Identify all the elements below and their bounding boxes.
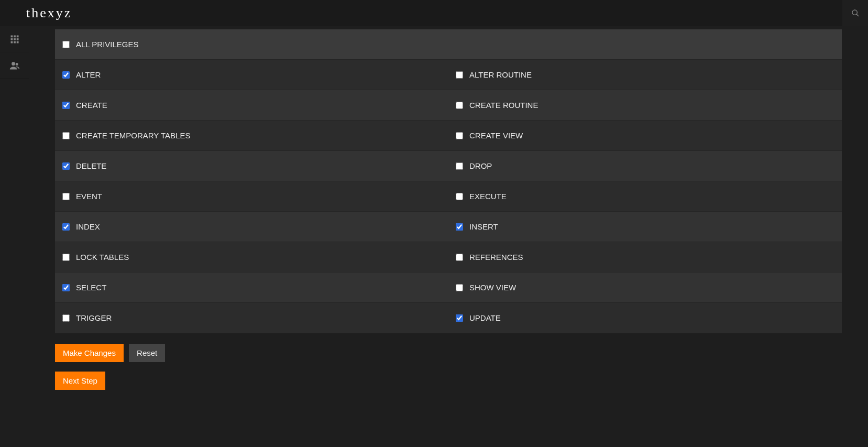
privilege-label: INSERT: [469, 222, 498, 231]
privilege-row: DELETEDROP: [55, 151, 842, 181]
privilege-label: DROP: [469, 161, 492, 170]
checkbox-show-view[interactable]: [456, 284, 463, 291]
checkbox-update[interactable]: [456, 314, 463, 322]
search-icon: [851, 9, 860, 17]
privilege-cell[interactable]: CREATE TEMPORARY TABLES: [55, 121, 448, 150]
privilege-label: CREATE ROUTINE: [469, 101, 538, 110]
checkbox-lock-tables[interactable]: [62, 254, 70, 261]
svg-rect-3: [14, 35, 16, 37]
topbar: thexyz: [0, 0, 868, 26]
checkbox-drop[interactable]: [456, 162, 463, 170]
sidebar-item-apps[interactable]: [0, 26, 29, 52]
users-icon: [9, 61, 20, 70]
privilege-label: CREATE TEMPORARY TABLES: [76, 131, 190, 140]
svg-line-1: [856, 14, 859, 16]
checkbox-select[interactable]: [62, 284, 70, 291]
svg-point-11: [12, 62, 15, 66]
privilege-label: UPDATE: [469, 313, 501, 322]
reset-button[interactable]: Reset: [129, 344, 165, 362]
checkbox-trigger[interactable]: [62, 314, 70, 322]
sidebar: [0, 26, 29, 447]
content: ALL PRIVILEGES ALTERALTER ROUTINECREATEC…: [29, 26, 868, 447]
privilege-row-all: ALL PRIVILEGES: [55, 29, 842, 60]
privilege-label: CREATE VIEW: [469, 131, 523, 140]
svg-rect-8: [10, 41, 13, 43]
privilege-row: EVENTEXECUTE: [55, 181, 842, 212]
privilege-row: CREATECREATE ROUTINE: [55, 90, 842, 121]
actions-row: Make Changes Reset: [55, 344, 842, 362]
privilege-row: TRIGGERUPDATE: [55, 303, 842, 333]
checkbox-insert[interactable]: [456, 223, 463, 231]
privilege-row: CREATE TEMPORARY TABLESCREATE VIEW: [55, 121, 842, 151]
make-changes-button[interactable]: Make Changes: [55, 344, 124, 362]
privileges-table: ALL PRIVILEGES ALTERALTER ROUTINECREATEC…: [55, 29, 842, 333]
checkbox-create[interactable]: [62, 102, 70, 109]
svg-rect-5: [10, 38, 13, 40]
next-step-row: Next Step: [55, 372, 842, 390]
privilege-label: REFERENCES: [469, 253, 523, 261]
privilege-cell[interactable]: CREATE: [55, 90, 448, 120]
svg-rect-6: [14, 38, 16, 40]
privilege-label: EVENT: [76, 192, 102, 201]
checkbox-alter-routine[interactable]: [456, 71, 463, 79]
checkbox-execute[interactable]: [456, 193, 463, 200]
privilege-label: INDEX: [76, 222, 100, 231]
privilege-cell[interactable]: LOCK TABLES: [55, 242, 448, 272]
svg-rect-9: [14, 41, 16, 43]
privilege-cell[interactable]: INDEX: [55, 212, 448, 242]
privilege-cell[interactable]: UPDATE: [448, 303, 842, 333]
checkbox-create-routine[interactable]: [456, 102, 463, 109]
checkbox-event[interactable]: [62, 193, 70, 200]
svg-point-0: [852, 10, 857, 15]
privilege-cell[interactable]: EXECUTE: [448, 181, 842, 211]
checkbox-create-view[interactable]: [456, 132, 463, 139]
privilege-cell[interactable]: REFERENCES: [448, 242, 842, 272]
privilege-label: ALTER: [76, 70, 101, 79]
privilege-row: LOCK TABLESREFERENCES: [55, 242, 842, 272]
checkbox-index[interactable]: [62, 223, 70, 231]
privilege-cell[interactable]: DELETE: [55, 151, 448, 181]
svg-rect-10: [16, 41, 18, 43]
brand-logo: thexyz: [26, 5, 72, 21]
privilege-cell[interactable]: CREATE ROUTINE: [448, 90, 842, 120]
svg-rect-4: [16, 35, 18, 37]
privilege-label: EXECUTE: [469, 192, 507, 201]
privilege-cell[interactable]: SELECT: [55, 272, 448, 302]
next-step-button[interactable]: Next Step: [55, 372, 105, 390]
svg-rect-7: [16, 38, 18, 40]
svg-rect-2: [10, 35, 13, 37]
checkbox-delete[interactable]: [62, 162, 70, 170]
grid-icon: [10, 35, 19, 44]
privilege-cell[interactable]: INSERT: [448, 212, 842, 242]
privilege-cell[interactable]: TRIGGER: [55, 303, 448, 333]
privilege-label: LOCK TABLES: [76, 253, 129, 261]
privilege-cell-all[interactable]: ALL PRIVILEGES: [55, 29, 842, 59]
privilege-row: INDEXINSERT: [55, 212, 842, 242]
privilege-cell[interactable]: ALTER: [55, 60, 448, 90]
privilege-label: CREATE: [76, 101, 107, 110]
privilege-label: DELETE: [76, 161, 106, 170]
checkbox-all-privileges[interactable]: [62, 41, 70, 48]
privilege-cell[interactable]: ALTER ROUTINE: [448, 60, 842, 90]
checkbox-references[interactable]: [456, 254, 463, 261]
privilege-row: SELECTSHOW VIEW: [55, 272, 842, 303]
privilege-cell[interactable]: EVENT: [55, 181, 448, 211]
privilege-label: SHOW VIEW: [469, 283, 516, 292]
privilege-cell[interactable]: CREATE VIEW: [448, 121, 842, 150]
privilege-label: ALTER ROUTINE: [469, 70, 532, 79]
checkbox-alter[interactable]: [62, 71, 70, 79]
topbar-right: [842, 0, 868, 26]
privilege-row: ALTERALTER ROUTINE: [55, 60, 842, 90]
search-button[interactable]: [842, 0, 868, 26]
sidebar-item-users[interactable]: [0, 52, 29, 79]
svg-point-12: [15, 63, 18, 66]
privilege-cell[interactable]: DROP: [448, 151, 842, 181]
privilege-label: SELECT: [76, 283, 106, 292]
privilege-label: TRIGGER: [76, 313, 112, 322]
label-all-privileges: ALL PRIVILEGES: [76, 40, 139, 49]
checkbox-create-temporary-tables[interactable]: [62, 132, 70, 139]
privilege-cell[interactable]: SHOW VIEW: [448, 272, 842, 302]
